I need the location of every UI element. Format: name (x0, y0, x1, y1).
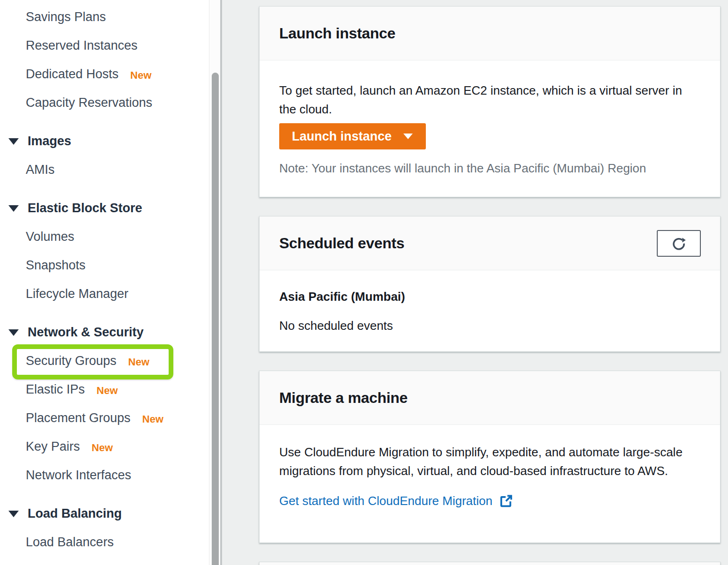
caret-down-icon (403, 133, 413, 140)
migrate-machine-card-header: Migrate a machine (260, 371, 720, 425)
sidebar-section-label: Images (28, 134, 71, 149)
ec2-sidebar-nav: Savings Plans Reserved Instances Dedicat… (0, 0, 209, 565)
collapse-triangle-icon (8, 329, 19, 336)
sidebar-section-label: Elastic Block Store (28, 201, 142, 216)
migrate-machine-card: Migrate a machine Use CloudEndure Migrat… (259, 371, 721, 543)
new-badge: New (130, 67, 151, 82)
sidebar-item-label: Reserved Instances (26, 38, 138, 53)
region-note: Note: Your instances will launch in the … (279, 159, 700, 178)
sidebar-item-label: Savings Plans (26, 10, 106, 24)
sidebar-item-label: Snapshots (26, 258, 86, 273)
cloudendure-migration-link[interactable]: Get started with CloudEndure Migration (279, 491, 513, 510)
migrate-machine-card-body: Use CloudEndure Migration to simplify, e… (260, 425, 720, 510)
next-card-peek (259, 562, 721, 565)
sidebar-item-load-balancers[interactable]: Load Balancers (0, 528, 209, 557)
ec2-dashboard-content: Launch instance To get started, launch a… (222, 0, 728, 565)
no-scheduled-events-text: No scheduled events (279, 316, 700, 335)
launch-instance-card: Launch instance To get started, launch a… (259, 6, 721, 197)
launch-instance-description: To get started, launch an Amazon EC2 ins… (279, 81, 691, 119)
sidebar-item-label: Placement Groups (26, 411, 131, 425)
sidebar-item-elastic-ips[interactable]: Elastic IPs New (0, 375, 209, 404)
scheduled-events-card-body: Asia Pacific (Mumbai) No scheduled event… (260, 270, 720, 335)
scheduled-events-card-header: Scheduled events (260, 216, 720, 270)
sidebar-item-security-groups[interactable]: Security Groups New (0, 347, 209, 375)
sidebar-item-volumes[interactable]: Volumes (0, 223, 209, 251)
collapse-triangle-icon (8, 205, 19, 212)
sidebar-item-network-interfaces[interactable]: Network Interfaces (0, 461, 209, 490)
migrate-description: Use CloudEndure Migration to simplify, e… (279, 443, 700, 480)
sidebar-section-network-security[interactable]: Network & Security (0, 318, 209, 347)
launch-instance-card-header: Launch instance (260, 7, 720, 60)
card-title: Migrate a machine (279, 389, 408, 407)
sidebar-section-images[interactable]: Images (0, 127, 209, 156)
new-badge: New (97, 383, 118, 397)
sidebar-item-reserved-instances[interactable]: Reserved Instances (0, 31, 209, 60)
card-title: Launch instance (279, 25, 395, 42)
collapse-triangle-icon (8, 511, 19, 517)
new-badge: New (92, 440, 113, 454)
sidebar-item-label: Lifecycle Manager (26, 287, 128, 301)
sidebar-section-label: Network & Security (28, 325, 144, 340)
launch-instance-button[interactable]: Launch instance (279, 123, 426, 149)
sidebar-section-label: Load Balancing (28, 506, 122, 521)
scheduled-events-card: Scheduled events Asia Pacific (Mumbai) N… (259, 216, 721, 352)
cloudendure-migration-link-label: Get started with CloudEndure Migration (279, 491, 492, 510)
sidebar-item-lifecycle-manager[interactable]: Lifecycle Manager (0, 280, 209, 308)
new-badge: New (128, 354, 149, 368)
sidebar-item-key-pairs[interactable]: Key Pairs New (0, 432, 209, 461)
card-title: Scheduled events (279, 235, 404, 252)
new-badge: New (142, 411, 163, 425)
sidebar-item-label: Key Pairs (26, 439, 80, 454)
sidebar-scrollbar-thumb[interactable] (212, 73, 219, 565)
region-name: Asia Pacific (Mumbai) (279, 287, 700, 306)
next-card-header (260, 562, 720, 565)
sidebar-item-label: Capacity Reservations (26, 96, 152, 110)
refresh-button[interactable] (657, 230, 701, 257)
sidebar-item-label: Security Groups (26, 354, 117, 368)
sidebar-item-capacity-reservations[interactable]: Capacity Reservations (0, 89, 209, 117)
sidebar-item-label: Dedicated Hosts (26, 67, 119, 82)
sidebar-item-label: Load Balancers (26, 535, 114, 550)
sidebar-scrollbar-track (209, 0, 220, 565)
sidebar-item-label: Elastic IPs (26, 382, 85, 397)
sidebar-section-load-balancing[interactable]: Load Balancing (0, 499, 209, 528)
sidebar-item-label: Volumes (26, 230, 74, 244)
sidebar-item-amis[interactable]: AMIs (0, 156, 209, 184)
sidebar-item-label: Network Interfaces (26, 468, 131, 483)
sidebar-item-dedicated-hosts[interactable]: Dedicated Hosts New (0, 60, 209, 89)
sidebar-item-snapshots[interactable]: Snapshots (0, 251, 209, 280)
refresh-icon (671, 236, 687, 252)
launch-instance-card-body: To get started, launch an Amazon EC2 ins… (260, 60, 720, 178)
sidebar-item-savings-plans[interactable]: Savings Plans (0, 3, 209, 31)
collapse-triangle-icon (8, 138, 19, 145)
sidebar-item-placement-groups[interactable]: Placement Groups New (0, 404, 209, 432)
sidebar-item-label: AMIs (26, 163, 55, 177)
launch-instance-button-label: Launch instance (292, 129, 392, 144)
external-link-icon (499, 494, 513, 508)
sidebar-section-elastic-block-store[interactable]: Elastic Block Store (0, 194, 209, 223)
